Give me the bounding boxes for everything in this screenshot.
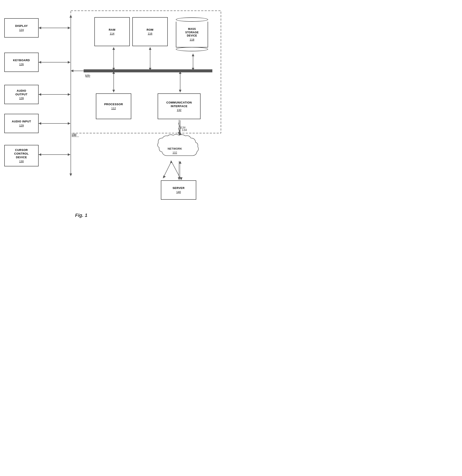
svg-text:100: 100 — [72, 134, 76, 137]
display-box: DISPLAY 124 — [4, 18, 39, 38]
svg-marker-36 — [112, 90, 115, 92]
svg-line-43 — [163, 161, 172, 178]
server-id: 140 — [176, 190, 181, 194]
display-label: DISPLAY — [15, 24, 28, 28]
svg-marker-2 — [210, 69, 212, 72]
svg-marker-13 — [68, 61, 70, 64]
svg-marker-35 — [112, 71, 115, 74]
svg-marker-29 — [149, 47, 151, 50]
svg-marker-9 — [39, 27, 41, 29]
figure-label: Fig. 1 — [75, 212, 87, 218]
svg-marker-21 — [39, 153, 41, 156]
keyboard-label: KEYBOARD — [13, 59, 30, 62]
cylinder-bottom — [176, 47, 208, 51]
svg-text:134: 134 — [181, 126, 186, 129]
processor-id: 112 — [111, 107, 116, 110]
svg-marker-22 — [68, 153, 70, 156]
svg-marker-5 — [69, 15, 72, 17]
cursor-label: CURSOR CONTROL DEVICE — [14, 148, 29, 159]
svg-marker-32 — [192, 54, 194, 56]
svg-marker-38 — [179, 71, 182, 74]
svg-marker-54 — [178, 177, 180, 180]
comm-label: COMMUNICATION INTERFACE — [166, 101, 192, 108]
audio-input-box: AUDIO INPUT 129 — [4, 114, 39, 133]
display-id: 124 — [19, 28, 24, 32]
svg-marker-27 — [112, 68, 115, 70]
audio-input-label: AUDIO INPUT — [12, 120, 31, 123]
rom-box: ROM 116 — [132, 17, 168, 46]
svg-text:NETWORK: NETWORK — [167, 147, 182, 150]
cursor-id: 130 — [19, 160, 24, 163]
ram-id: 114 — [110, 32, 115, 35]
svg-marker-39 — [179, 90, 182, 92]
svg-marker-10 — [68, 27, 70, 29]
svg-marker-24 — [71, 69, 73, 72]
comm-id: 132 — [177, 108, 182, 112]
cylinder-body: MASS STORAGE DEVICE 118 — [176, 22, 208, 47]
keyboard-id: 126 — [19, 63, 24, 66]
svg-text:134: 134 — [182, 128, 187, 132]
processor-box: PROCESSOR 112 — [96, 94, 131, 119]
svg-marker-18 — [39, 122, 41, 125]
rom-label: ROM — [147, 28, 154, 32]
processor-label: PROCESSOR — [104, 103, 123, 106]
cursor-control-box: CURSOR CONTROL DEVICE 130 — [4, 145, 39, 166]
svg-marker-44 — [163, 175, 166, 178]
svg-marker-12 — [39, 61, 41, 64]
svg-marker-33 — [192, 68, 194, 70]
svg-marker-26 — [112, 47, 115, 50]
svg-marker-30 — [149, 68, 151, 70]
ram-box: RAM 114 — [94, 17, 130, 46]
ram-label: RAM — [109, 28, 116, 32]
svg-marker-3 — [84, 69, 86, 72]
network-cloud: NETWORK 102 — [154, 134, 204, 162]
svg-line-55 — [171, 161, 181, 180]
server-box: SERVER 140 — [161, 180, 196, 200]
keyboard-box: KEYBOARD 126 — [4, 53, 39, 72]
server-label: SERVER — [173, 186, 184, 190]
audio-input-id: 129 — [19, 124, 24, 127]
audio-output-label: AUDIO OUTPUT — [16, 89, 27, 96]
svg-text:102: 102 — [173, 151, 177, 154]
svg-text:122: 122 — [85, 75, 91, 78]
rom-id: 116 — [148, 32, 152, 35]
mass-storage-cylinder: MASS STORAGE DEVICE 118 — [176, 16, 208, 53]
svg-marker-6 — [69, 173, 72, 176]
svg-marker-19 — [68, 122, 70, 125]
mass-storage-label: MASS STORAGE DEVICE — [185, 27, 199, 38]
mass-storage-id: 118 — [190, 38, 194, 41]
audio-output-id: 128 — [19, 97, 24, 100]
cylinder-top — [176, 17, 208, 22]
diagram: 122 — [0, 4, 231, 232]
svg-text:100: 100 — [71, 133, 77, 136]
svg-text:122: 122 — [85, 74, 90, 77]
audio-output-box: AUDIO OUTPUT 128 — [4, 85, 39, 104]
comm-interface-box: COMMUNICATION INTERFACE 132 — [158, 94, 200, 119]
svg-marker-56 — [180, 177, 182, 180]
svg-marker-16 — [68, 93, 70, 96]
svg-marker-15 — [39, 93, 41, 96]
